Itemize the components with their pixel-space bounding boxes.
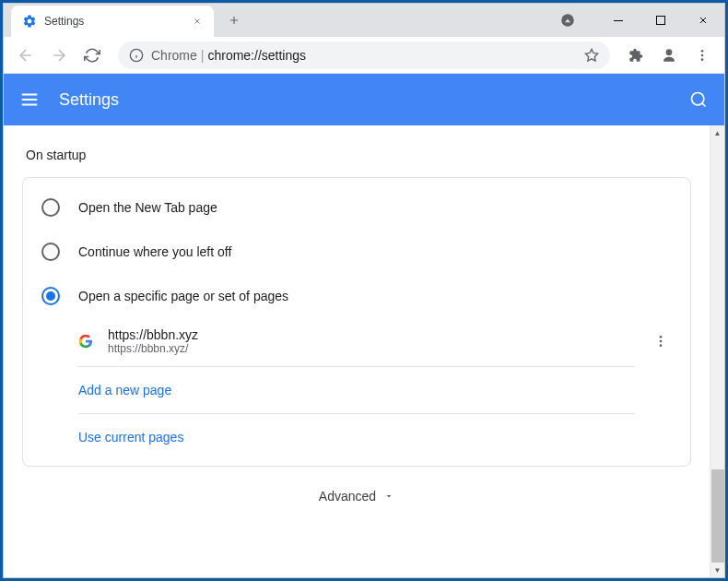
use-current-link[interactable]: Use current pages xyxy=(78,430,183,445)
browser-tab[interactable]: Settings xyxy=(11,6,214,37)
browser-toolbar: Chrome | chrome://settings xyxy=(4,37,724,74)
page-entry-title: https://bbbn.xyz xyxy=(108,327,635,342)
svg-rect-1 xyxy=(614,20,623,21)
scrollbar[interactable]: ▲ ▼ xyxy=(710,125,724,577)
site-info-icon[interactable] xyxy=(129,48,144,63)
divider xyxy=(78,413,635,414)
maximize-button[interactable] xyxy=(640,4,682,37)
new-tab-button[interactable] xyxy=(221,7,247,33)
svg-rect-2 xyxy=(657,17,665,25)
add-page-link[interactable]: Add a new page xyxy=(78,383,171,397)
svg-point-10 xyxy=(660,336,663,338)
more-actions-icon[interactable] xyxy=(650,330,672,352)
incognito-badge-icon xyxy=(557,9,579,31)
svg-point-12 xyxy=(660,344,663,347)
tab-title: Settings xyxy=(44,15,182,28)
svg-point-11 xyxy=(660,340,663,343)
page-title: Settings xyxy=(59,90,669,110)
svg-point-9 xyxy=(692,93,704,105)
page-entry-url: https://bbbn.xyz/ xyxy=(108,342,635,355)
section-title: On startup xyxy=(26,148,691,162)
svg-point-5 xyxy=(666,49,673,55)
option-new-tab[interactable]: Open the New Tab page xyxy=(23,185,690,230)
radio-icon xyxy=(41,287,60,305)
radio-icon xyxy=(41,243,60,261)
advanced-toggle[interactable]: Advanced xyxy=(22,467,691,526)
scroll-down-icon[interactable]: ▼ xyxy=(710,563,725,577)
option-label: Continue where you left off xyxy=(78,244,231,259)
option-label: Open a specific page or set of pages xyxy=(78,289,288,303)
chevron-down-icon xyxy=(383,491,394,502)
divider xyxy=(78,366,635,367)
star-icon[interactable] xyxy=(584,48,599,63)
svg-point-7 xyxy=(701,53,704,56)
startup-card: Open the New Tab page Continue where you… xyxy=(22,177,691,467)
option-continue[interactable]: Continue where you left off xyxy=(23,230,690,274)
search-icon[interactable] xyxy=(687,89,710,111)
hamburger-menu-icon[interactable] xyxy=(18,89,41,111)
close-window-button[interactable] xyxy=(682,4,724,37)
google-favicon-icon xyxy=(78,334,93,349)
gear-icon xyxy=(22,14,37,29)
address-text: Chrome | chrome://settings xyxy=(151,48,306,63)
profile-icon[interactable] xyxy=(654,41,684,70)
advanced-label: Advanced xyxy=(319,489,376,504)
startup-page-row: https://bbbn.xyz https://bbbn.xyz/ xyxy=(23,318,690,364)
back-button[interactable] xyxy=(11,41,41,70)
svg-point-6 xyxy=(701,50,704,53)
scroll-thumb[interactable] xyxy=(711,469,724,563)
option-specific-pages[interactable]: Open a specific page or set of pages xyxy=(23,274,690,318)
settings-content: On startup Open the New Tab page Continu… xyxy=(4,125,710,577)
option-label: Open the New Tab page xyxy=(78,200,217,215)
minimize-button[interactable] xyxy=(597,4,640,37)
extensions-icon[interactable] xyxy=(621,41,651,70)
menu-icon[interactable] xyxy=(687,41,717,70)
scroll-up-icon[interactable]: ▲ xyxy=(710,125,725,140)
forward-button[interactable] xyxy=(44,41,74,70)
address-bar[interactable]: Chrome | chrome://settings xyxy=(118,42,610,69)
settings-header: Settings xyxy=(4,74,724,125)
svg-point-8 xyxy=(701,58,704,61)
window-titlebar: Settings xyxy=(4,4,724,37)
reload-button[interactable] xyxy=(77,41,107,70)
radio-icon xyxy=(41,198,60,217)
svg-marker-4 xyxy=(585,49,597,61)
close-icon[interactable] xyxy=(190,14,205,29)
